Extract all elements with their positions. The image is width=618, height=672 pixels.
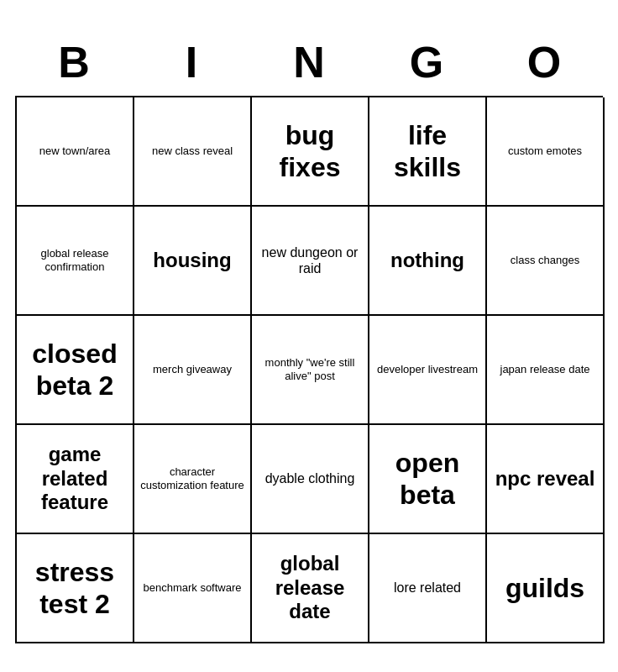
cell-text: open beta: [374, 447, 480, 512]
cell-text: global release confirmation: [22, 247, 128, 273]
bingo-cell[interactable]: closed beta 2: [17, 316, 134, 425]
bingo-cell[interactable]: lore related: [369, 534, 487, 643]
bingo-cell[interactable]: stress test 2: [17, 534, 134, 643]
bingo-card: B I N G O new town/areanew class revealb…: [15, 29, 603, 643]
bingo-cell[interactable]: global release date: [252, 534, 369, 643]
bingo-cell[interactable]: new class reveal: [134, 97, 252, 207]
cell-text: new class reveal: [152, 144, 233, 158]
cell-text: benchmark software: [143, 581, 241, 595]
cell-text: new dungeon or raid: [257, 244, 363, 276]
cell-text: nothing: [390, 249, 464, 273]
bingo-header: B I N G O: [15, 29, 603, 96]
letter-g: G: [372, 37, 481, 87]
bingo-cell[interactable]: npc reveal: [487, 425, 605, 534]
cell-text: developer livestream: [377, 363, 478, 376]
bingo-cell[interactable]: life skills: [369, 97, 487, 207]
cell-text: life skills: [374, 119, 480, 184]
cell-text: japan release date: [500, 363, 590, 376]
cell-text: lore related: [394, 580, 461, 596]
cell-text: character customization feature: [139, 465, 245, 491]
cell-text: game related feature: [22, 443, 128, 515]
bingo-cell[interactable]: global release confirmation: [17, 207, 134, 316]
bingo-grid: new town/areanew class revealbug fixesli…: [15, 96, 603, 643]
letter-b: B: [19, 37, 128, 87]
cell-text: housing: [153, 249, 231, 273]
cell-text: global release date: [257, 552, 363, 624]
bingo-cell[interactable]: new town/area: [17, 97, 134, 207]
bingo-cell[interactable]: developer livestream: [369, 316, 487, 425]
cell-text: npc reveal: [495, 467, 595, 491]
letter-n: N: [254, 37, 364, 87]
bingo-cell[interactable]: monthly "we're still alive" post: [252, 316, 369, 425]
bingo-cell[interactable]: bug fixes: [252, 97, 369, 207]
cell-text: custom emotes: [508, 144, 582, 158]
bingo-cell[interactable]: class changes: [487, 207, 605, 316]
cell-text: merch giveaway: [153, 363, 232, 376]
cell-text: stress test 2: [22, 556, 128, 621]
letter-o: O: [490, 37, 599, 87]
bingo-cell[interactable]: benchmark software: [134, 534, 252, 643]
bingo-cell[interactable]: open beta: [369, 425, 487, 534]
bingo-cell[interactable]: custom emotes: [487, 97, 605, 207]
bingo-cell[interactable]: dyable clothing: [252, 425, 369, 534]
cell-text: closed beta 2: [22, 338, 128, 402]
bingo-cell[interactable]: merch giveaway: [134, 316, 252, 425]
bingo-cell[interactable]: japan release date: [487, 316, 605, 425]
bingo-cell[interactable]: nothing: [369, 207, 487, 316]
bingo-cell[interactable]: guilds: [487, 534, 605, 643]
bingo-cell[interactable]: housing: [134, 207, 252, 316]
cell-text: bug fixes: [257, 119, 363, 184]
cell-text: dyable clothing: [265, 470, 355, 486]
bingo-cell[interactable]: character customization feature: [134, 425, 252, 534]
bingo-cell[interactable]: new dungeon or raid: [252, 207, 369, 316]
cell-text: new town/area: [39, 144, 111, 158]
bingo-cell[interactable]: game related feature: [17, 425, 134, 534]
cell-text: guilds: [505, 572, 584, 604]
cell-text: class changes: [511, 254, 579, 267]
cell-text: monthly "we're still alive" post: [257, 356, 363, 382]
letter-i: I: [137, 37, 246, 87]
